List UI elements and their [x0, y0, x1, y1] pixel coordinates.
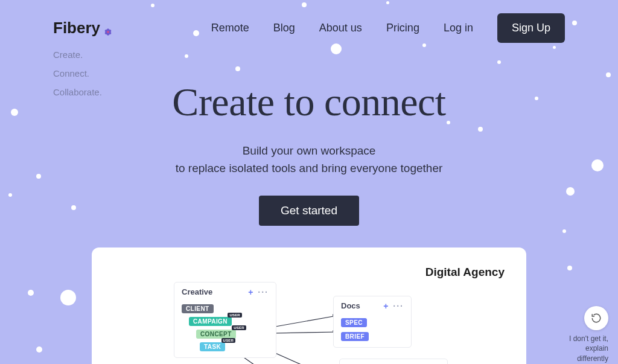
chip-badge: USER — [228, 313, 241, 318]
get-started-button[interactable]: Get started — [259, 196, 359, 226]
chip-text: CONCEPT — [200, 331, 232, 337]
nav-remote[interactable]: Remote — [211, 22, 249, 34]
snow-dot — [422, 43, 426, 47]
more-icon[interactable]: ··· — [393, 301, 404, 311]
snow-dot — [497, 60, 501, 64]
diagram-title: Digital Agency — [425, 266, 505, 279]
chip-text: TASK — [204, 343, 221, 350]
group-header-creative: Creative + ··· — [174, 283, 276, 302]
chip-brief[interactable]: BRIEF — [341, 332, 369, 341]
snow-dot — [235, 66, 240, 71]
snow-dot — [553, 46, 556, 49]
refresh-icon — [591, 313, 602, 324]
hero-subtitle: Build your own workspace to replace isol… — [0, 142, 618, 177]
brand-mark-icon — [103, 23, 113, 34]
feedback-text-line2[interactable]: explain — [569, 343, 608, 354]
chip-text: SPEC — [345, 319, 363, 326]
chip-text: CAMPAIGN — [193, 318, 228, 325]
svg-point-3 — [107, 31, 109, 33]
hero-title: Create to connect — [0, 79, 618, 125]
add-icon[interactable]: + — [383, 301, 388, 311]
group-header-docs: Docs + ··· — [334, 296, 411, 316]
chip-text: BRIEF — [345, 333, 365, 340]
chip-text: CLIENT — [186, 305, 209, 312]
more-icon[interactable]: ··· — [258, 287, 269, 297]
chip-task[interactable]: TASK USER — [200, 342, 225, 351]
group-docs: Docs + ··· SPEC BRIEF — [333, 296, 412, 348]
hero-subtitle-line2: to replace isolated tools and bring ever… — [176, 162, 443, 174]
site-header: Fibery Remote Blog About us Pricing Log … — [0, 0, 618, 43]
add-icon[interactable]: + — [248, 287, 253, 297]
keyword-connect: Connect. — [53, 68, 102, 78]
chip-campaign[interactable]: CAMPAIGN USER — [189, 317, 232, 326]
feedback-text-line1[interactable]: I don't get it, — [569, 334, 608, 344]
chip-spec[interactable]: SPEC — [341, 318, 367, 327]
nav-blog[interactable]: Blog — [273, 22, 295, 34]
nav-about-us[interactable]: About us — [319, 22, 362, 34]
brand-logo[interactable]: Fibery — [53, 19, 113, 37]
snow-dot — [331, 43, 342, 54]
hero-section: Create to connect Build your own workspa… — [0, 79, 618, 364]
group-header-contractors: Contractors + ··· — [340, 359, 447, 364]
chip-badge: USER — [232, 325, 246, 330]
nav-log-in[interactable]: Log in — [444, 22, 473, 34]
signup-button[interactable]: Sign Up — [497, 13, 565, 43]
connector-lines — [92, 247, 526, 364]
feedback-widget: I don't get it, explain differently — [569, 306, 608, 364]
refresh-button[interactable] — [584, 306, 608, 330]
snow-dot — [606, 72, 611, 77]
chip-client[interactable]: CLIENT — [182, 304, 214, 313]
chip-badge: USER — [221, 338, 235, 343]
group-label: Creative — [182, 287, 212, 296]
primary-nav: Remote Blog About us Pricing Log in Sign… — [211, 13, 565, 43]
workspace-diagram-card: Digital Agency Creative + ··· — [92, 247, 526, 364]
nav-pricing[interactable]: Pricing — [386, 22, 419, 34]
snow-dot — [185, 54, 188, 58]
feedback-text-line3[interactable]: differently — [569, 354, 608, 364]
brand-name: Fibery — [53, 19, 100, 37]
group-creative: Creative + ··· CLIENT CAMPAIGN USER CONC… — [174, 282, 276, 358]
group-label: Docs — [341, 301, 360, 310]
chip-concept[interactable]: CONCEPT USER — [196, 330, 236, 339]
group-contractors: Contractors + ··· FREELANCER — [339, 359, 448, 364]
keyword-create: Create. — [53, 49, 102, 60]
hero-subtitle-line1: Build your own workspace — [243, 144, 376, 157]
